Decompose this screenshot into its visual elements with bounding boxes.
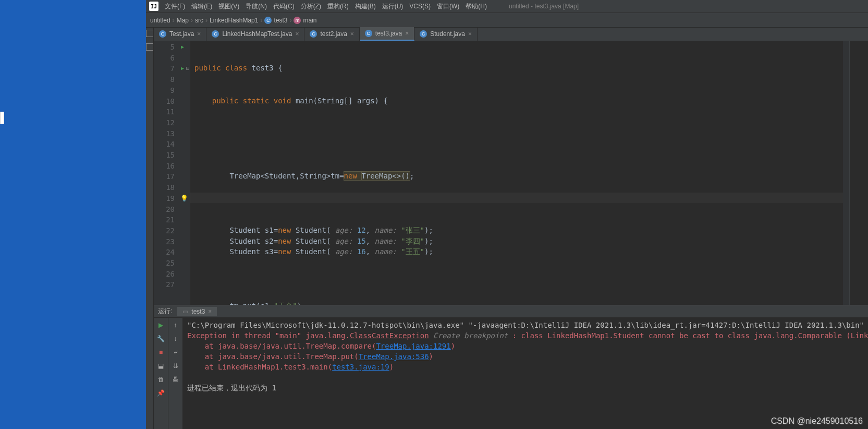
- line-gutter: 5678910111213141516171819202122232425262…: [154, 41, 179, 305]
- trash-icon[interactable]: 🗑: [157, 375, 165, 384]
- code-editor[interactable]: 5678910111213141516171819202122232425262…: [154, 41, 868, 305]
- crumb-module[interactable]: Map: [177, 17, 189, 24]
- close-icon[interactable]: ×: [197, 30, 201, 38]
- menu-file[interactable]: 文件(F): [165, 2, 185, 11]
- project-tool-icon[interactable]: [146, 43, 153, 51]
- code-text[interactable]: public class test3 { public static void …: [190, 41, 843, 305]
- console-output[interactable]: "C:\Program Files\Microsoft\jdk-11.0.12.…: [183, 318, 868, 429]
- menu-window[interactable]: 窗口(W): [437, 2, 459, 11]
- run-label: 运行:: [158, 307, 172, 316]
- class-icon: C: [365, 30, 372, 37]
- run-gutter-icon[interactable]: ▶: [181, 63, 184, 74]
- method-icon: m: [294, 17, 301, 24]
- gutter-icons: ▶ ▶ ⊟ 💡: [179, 41, 190, 305]
- ide-window: IJ 文件(F) 编辑(E) 视图(V) 导航(N) 代码(C) 分析(Z) 重…: [146, 0, 868, 429]
- menu-edit[interactable]: 编辑(E): [191, 2, 212, 11]
- menu-run[interactable]: 运行(U): [382, 2, 404, 11]
- class-icon: C: [159, 30, 166, 38]
- wrap-icon[interactable]: ⤶: [172, 348, 180, 356]
- close-icon[interactable]: ×: [208, 308, 212, 315]
- close-icon[interactable]: ×: [295, 30, 299, 38]
- menu-view[interactable]: 视图(V): [218, 2, 239, 11]
- tab-test2[interactable]: Ctest2.java×: [304, 27, 359, 41]
- wrench-icon[interactable]: 🔧: [157, 335, 165, 343]
- menu-help[interactable]: 帮助(H): [466, 2, 487, 11]
- breadcrumb: untitled› Map› src› LinkedHashMap1› Ctes…: [146, 13, 868, 28]
- menu-build[interactable]: 构建(B): [355, 2, 376, 11]
- left-tool-strip: [146, 28, 154, 429]
- menu-bar: IJ 文件(F) 编辑(E) 视图(V) 导航(N) 代码(C) 分析(Z) 重…: [146, 0, 868, 13]
- menu-vcs[interactable]: VCS(S): [409, 3, 431, 10]
- run-gutter-icon[interactable]: ▶: [181, 42, 184, 53]
- tab-test[interactable]: CTest.java×: [154, 27, 206, 41]
- close-icon[interactable]: ×: [468, 30, 472, 38]
- window-title: untitled - test3.java [Map]: [509, 3, 579, 10]
- run-config-tab[interactable]: ▭test3×: [177, 307, 217, 316]
- menu-analyze[interactable]: 分析(Z): [301, 2, 321, 11]
- crumb-src[interactable]: src: [195, 17, 203, 24]
- watermark: CSDN @nie2459010516: [771, 416, 863, 426]
- menu-refactor[interactable]: 重构(R): [327, 2, 349, 11]
- crumb-method[interactable]: mmain: [294, 17, 316, 24]
- bulb-icon[interactable]: 💡: [180, 193, 188, 204]
- run-tool-window: 运行: ▭test3× ▶ 🔧 ■ ⬓ 🗑 📌 ↑ ↓: [154, 305, 868, 429]
- rerun-icon[interactable]: ▶: [157, 321, 165, 329]
- run-toolbar-left2: ↑ ↓ ⤶ ⇊ 🖶: [168, 318, 183, 429]
- crumb-project[interactable]: untitled: [150, 17, 170, 24]
- tab-test3[interactable]: Ctest3.java×: [360, 27, 414, 41]
- tab-student[interactable]: CStudent.java×: [414, 27, 478, 41]
- minimap[interactable]: [849, 41, 868, 305]
- run-toolbar-left: ▶ 🔧 ■ ⬓ 🗑 📌: [154, 318, 168, 429]
- stop-icon[interactable]: ■: [157, 348, 165, 356]
- crumb-class[interactable]: Ctest3: [264, 17, 287, 24]
- intellij-logo-icon: IJ: [149, 2, 158, 11]
- class-icon: C: [264, 17, 272, 24]
- layout-icon[interactable]: ⬓: [157, 362, 165, 370]
- structure-tool-icon[interactable]: [146, 30, 153, 37]
- scroll-icon[interactable]: ⇊: [172, 362, 180, 370]
- editor-tabs: CTest.java× CLinkedHashMapTest.java× Cte…: [154, 28, 868, 41]
- pin-icon[interactable]: 📌: [157, 389, 165, 397]
- menu-navigate[interactable]: 导航(N): [246, 2, 267, 11]
- close-icon[interactable]: ×: [405, 30, 409, 37]
- up-icon[interactable]: ↑: [172, 321, 180, 329]
- error-stripe[interactable]: [843, 41, 849, 305]
- down-icon[interactable]: ↓: [172, 335, 180, 343]
- menu-code[interactable]: 代码(C): [273, 2, 295, 11]
- class-icon: C: [310, 30, 317, 38]
- class-icon: C: [420, 30, 427, 38]
- tab-lhm-test[interactable]: CLinkedHashMapTest.java×: [206, 27, 304, 41]
- crumb-package[interactable]: LinkedHashMap1: [210, 17, 258, 24]
- class-icon: C: [212, 30, 219, 38]
- print-icon[interactable]: 🖶: [172, 375, 180, 384]
- close-icon[interactable]: ×: [350, 30, 354, 38]
